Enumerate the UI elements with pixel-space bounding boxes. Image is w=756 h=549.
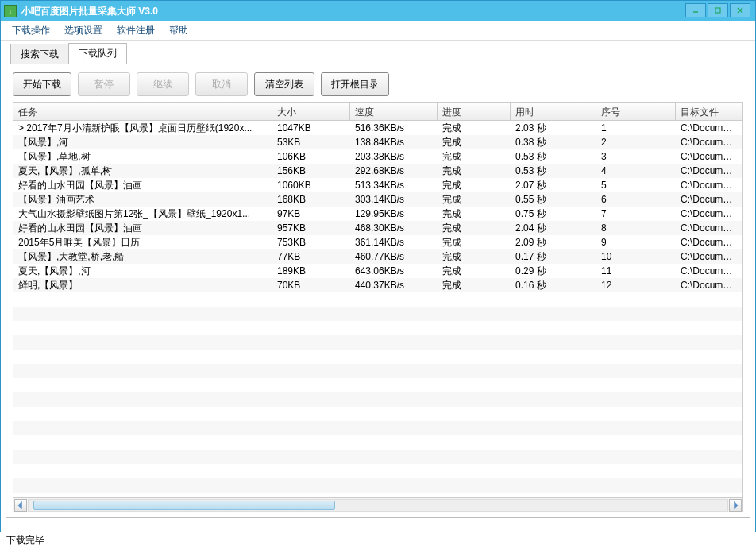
- cell-index: 12: [596, 280, 676, 291]
- table-row[interactable]: 夏天,【风景】,河189KB643.06KB/s完成0.29 秒11C:\Doc…: [14, 264, 742, 278]
- cell-size: 77KB: [272, 251, 350, 262]
- cell-speed: 643.06KB/s: [350, 265, 438, 276]
- col-size[interactable]: 大小: [272, 103, 350, 120]
- table-row[interactable]: 好看的山水田园【风景】油画957KB468.30KB/s完成2.04 秒8C:\…: [14, 221, 742, 235]
- cell-task: 2015年5月唯美【风景】日历: [14, 236, 272, 249]
- cell-target: C:\Documents and: [676, 280, 739, 291]
- maximize-button[interactable]: [708, 3, 728, 17]
- cell-index: 2: [596, 137, 676, 148]
- cell-progress: 完成: [438, 164, 511, 178]
- cell-index: 3: [596, 151, 676, 162]
- scroll-thumb[interactable]: [33, 501, 335, 510]
- cell-progress: 完成: [438, 207, 511, 221]
- table-row[interactable]: 好看的山水田园【风景】油画1060KB513.34KB/s完成2.07 秒5C:…: [14, 178, 742, 192]
- tabs: 搜索下载 下载队列: [10, 45, 750, 64]
- table-row[interactable]: 【风景】,草地,树106KB203.38KB/s完成0.53 秒3C:\Docu…: [14, 149, 742, 164]
- empty-row: [14, 435, 742, 450]
- table-row[interactable]: 2015年5月唯美【风景】日历753KB361.14KB/s完成2.09 秒9C…: [14, 235, 742, 249]
- cell-progress: 完成: [438, 279, 511, 292]
- cell-size: 1060KB: [272, 180, 350, 191]
- empty-row: [14, 450, 742, 464]
- cell-time: 0.53 秒: [511, 150, 596, 164]
- cell-index: 9: [596, 237, 676, 248]
- col-target[interactable]: 目标文件: [676, 103, 739, 120]
- cell-progress: 完成: [438, 250, 511, 264]
- cell-progress: 完成: [438, 222, 511, 235]
- col-speed[interactable]: 速度: [350, 103, 438, 120]
- minimize-button[interactable]: [685, 3, 706, 17]
- col-task[interactable]: 任务: [14, 103, 272, 120]
- scroll-track[interactable]: [28, 499, 728, 512]
- tab-search[interactable]: 搜索下载: [10, 44, 69, 64]
- table-row[interactable]: 【风景】,河53KB138.84KB/s完成0.38 秒2C:\Document…: [14, 135, 742, 149]
- table-row[interactable]: 【风景】,大教堂,桥,老,船77KB460.77KB/s完成0.17 秒10C:…: [14, 249, 742, 264]
- cell-index: 8: [596, 222, 676, 234]
- cell-size: 1047KB: [272, 122, 350, 133]
- table-row[interactable]: > 2017年7月小清新护眼【风景】桌面日历壁纸(1920x...1047KB5…: [14, 121, 742, 135]
- cell-size: 106KB: [272, 151, 350, 162]
- cell-task: 【风景】,河: [14, 136, 272, 149]
- menu-register[interactable]: 软件注册: [110, 21, 161, 40]
- cell-task: 鲜明,【风景】: [14, 279, 272, 292]
- table-row[interactable]: 夏天,【风景】,孤单,树156KB292.68KB/s完成0.53 秒4C:\D…: [14, 164, 742, 178]
- empty-row: [14, 407, 742, 421]
- start-button[interactable]: 开始下载: [13, 72, 71, 96]
- empty-row: [14, 378, 742, 392]
- cell-task: > 2017年7月小清新护眼【风景】桌面日历壁纸(1920x...: [14, 122, 272, 135]
- empty-row: [14, 478, 742, 493]
- cell-index: 4: [596, 165, 676, 176]
- menu-help[interactable]: 帮助: [163, 21, 195, 40]
- empty-row: [14, 421, 742, 435]
- toolbar: 开始下载 暂停 继续 取消 清空列表 打开根目录: [13, 72, 743, 96]
- table-row[interactable]: 【风景】油画艺术168KB303.14KB/s完成0.55 秒6C:\Docum…: [14, 192, 742, 207]
- cell-target: C:\Documents and: [676, 194, 739, 205]
- resume-button: 继续: [137, 72, 189, 96]
- cell-progress: 完成: [438, 136, 511, 149]
- cell-progress: 完成: [438, 236, 511, 249]
- cell-speed: 138.84KB/s: [350, 137, 438, 148]
- cell-target: C:\Documents and: [676, 237, 739, 248]
- workarea: 搜索下载 下载队列 开始下载 暂停 继续 取消 清空列表 打开根目录 任务 大小…: [1, 41, 755, 521]
- cell-progress: 完成: [438, 122, 511, 135]
- cell-speed: 516.36KB/s: [350, 122, 438, 133]
- close-button[interactable]: [730, 3, 750, 17]
- cell-task: 夏天,【风景】,河: [14, 265, 272, 278]
- cell-size: 957KB: [272, 222, 350, 234]
- scroll-right-button[interactable]: [729, 499, 742, 512]
- cell-task: 夏天,【风景】,孤单,树: [14, 164, 272, 178]
- cell-size: 97KB: [272, 208, 350, 219]
- cell-target: C:\Documents and: [676, 180, 739, 191]
- scroll-left-button[interactable]: [14, 499, 27, 512]
- empty-row: [14, 335, 742, 350]
- cell-speed: 303.14KB/s: [350, 194, 438, 205]
- horizontal-scrollbar[interactable]: [14, 497, 742, 512]
- col-index[interactable]: 序号: [596, 103, 676, 120]
- cell-size: 70KB: [272, 280, 350, 291]
- clear-list-button[interactable]: 清空列表: [254, 72, 314, 96]
- menu-options[interactable]: 选项设置: [58, 21, 109, 40]
- cell-time: 2.09 秒: [511, 236, 596, 249]
- col-progress[interactable]: 进度: [438, 103, 511, 120]
- menu-download-ops[interactable]: 下载操作: [6, 21, 56, 40]
- cell-index: 11: [596, 265, 676, 276]
- cell-time: 0.53 秒: [511, 164, 596, 178]
- open-root-button[interactable]: 打开根目录: [321, 72, 389, 96]
- cell-progress: 完成: [438, 193, 511, 207]
- cell-speed: 460.77KB/s: [350, 251, 438, 262]
- cell-progress: 完成: [438, 150, 511, 164]
- col-time[interactable]: 用时: [511, 103, 596, 120]
- svg-marker-4: [18, 501, 22, 509]
- menubar: 下载操作 选项设置 软件注册 帮助: [1, 21, 755, 41]
- tab-queue[interactable]: 下载队列: [68, 43, 127, 64]
- empty-row: [14, 350, 742, 364]
- cell-target: C:\Documents and: [676, 265, 739, 276]
- cell-time: 0.55 秒: [511, 193, 596, 207]
- empty-row: [14, 464, 742, 478]
- window-title: 小吧百度图片批量采集大师 V3.0: [21, 5, 158, 18]
- cell-speed: 203.38KB/s: [350, 151, 438, 162]
- empty-row: [14, 321, 742, 335]
- empty-row: [14, 307, 742, 321]
- table-row[interactable]: 大气山水摄影壁纸图片第12张_【风景】壁纸_1920x1...97KB129.9…: [14, 207, 742, 221]
- table-row[interactable]: 鲜明,【风景】70KB440.37KB/s完成0.16 秒12C:\Docume…: [14, 278, 742, 292]
- cell-index: 1: [596, 122, 676, 133]
